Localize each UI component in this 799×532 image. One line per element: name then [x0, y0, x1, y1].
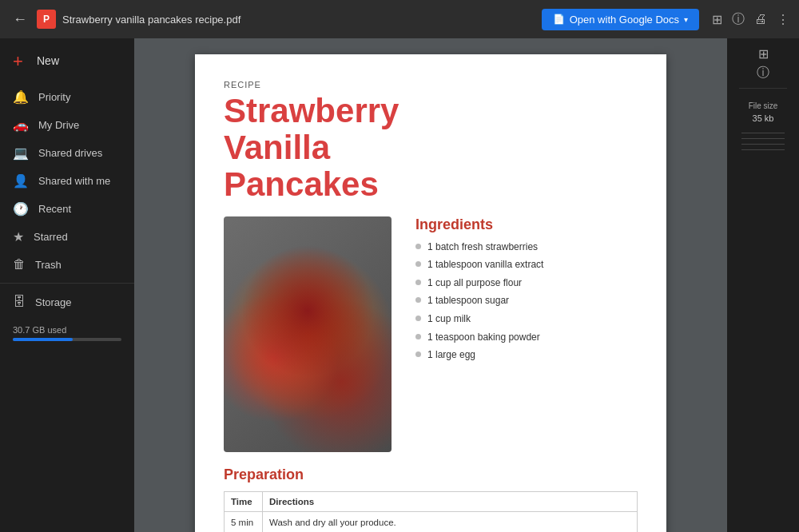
sidebar: + New 🔔 Priority 🚗 My Drive 💻 Shared dri…: [0, 38, 134, 532]
chrome-bar: ← P Strawberry vanilla pancakes recipe.p…: [0, 0, 799, 38]
details-icon[interactable]: ⓘ: [757, 65, 769, 81]
preparation-table: Time Directions 5 min Wash and dry all y…: [224, 491, 638, 532]
starred-icon: ★: [13, 229, 24, 244]
bullet-icon: [415, 297, 421, 303]
right-panel: ⊞ ⓘ File size 35 kb: [727, 38, 799, 532]
storage-bar: 30.7 GB used: [0, 316, 134, 351]
sidebar-divider: [0, 283, 134, 284]
recipe-body: Ingredients 1 batch fresh strawberries 1…: [224, 216, 638, 452]
dropdown-arrow-icon: ▾: [684, 15, 688, 24]
list-item: 1 large egg: [415, 349, 638, 362]
bullet-icon: [415, 261, 421, 267]
col-time: Time: [225, 491, 263, 511]
recent-icon: 🕐: [13, 201, 29, 216]
storage-bar-bg: [13, 338, 121, 341]
bullet-icon: [415, 334, 421, 339]
sidebar-item-shared-with-me[interactable]: 👤 Shared with me: [0, 167, 128, 195]
plus-icon: +: [13, 53, 29, 69]
panel-divider: [739, 88, 787, 89]
new-button[interactable]: + New: [0, 45, 134, 77]
priority-icon: 🔔: [13, 89, 29, 105]
bullet-icon: [415, 316, 421, 321]
sidebar-item-my-drive[interactable]: 🚗 My Drive: [0, 111, 128, 139]
storage-icon: 🗄: [13, 295, 26, 309]
pdf-page: RECIPE StrawberryVanillaPancakes Ingredi…: [195, 54, 666, 532]
storage-bar-fill: [13, 338, 73, 341]
google-docs-icon: 📄: [553, 14, 565, 25]
tab-title: Strawberry vanilla pancakes recipe.pdf: [62, 14, 535, 26]
list-item: 1 batch fresh strawberries: [415, 241, 638, 254]
list-item: 1 tablespoon vanilla extract: [415, 259, 638, 272]
directions-cell: Wash and dry all your produce.: [263, 511, 638, 532]
recipe-label: RECIPE: [224, 80, 638, 89]
ingredients-list: 1 batch fresh strawberries 1 tablespoon …: [415, 241, 638, 362]
sidebar-item-trash[interactable]: 🗑 Trash: [0, 251, 128, 278]
list-item: 1 tablespoon sugar: [415, 295, 638, 308]
time-cell: 5 min: [225, 511, 263, 532]
shared-drives-icon: 💻: [13, 145, 29, 161]
bullet-icon: [415, 244, 421, 249]
pdf-viewer[interactable]: RECIPE StrawberryVanillaPancakes Ingredi…: [134, 38, 727, 532]
sidebar-item-shared-drives[interactable]: 💻 Shared drives: [0, 139, 128, 167]
list-item: 1 cup all purpose flour: [415, 277, 638, 290]
sidebar-item-starred[interactable]: ★ Starred: [0, 223, 128, 251]
sidebar-item-storage[interactable]: 🗄 Storage: [0, 288, 128, 316]
list-item: 1 cup milk: [415, 313, 638, 326]
trash-icon: 🗑: [13, 257, 26, 272]
col-directions: Directions: [263, 491, 638, 511]
main-content: + New 🔔 Priority 🚗 My Drive 💻 Shared dri…: [0, 38, 799, 532]
back-button[interactable]: ←: [10, 8, 30, 31]
drive-icon: 🚗: [13, 117, 29, 133]
more-options-icon[interactable]: ⋮: [777, 12, 789, 27]
info-icon[interactable]: ⓘ: [732, 11, 745, 28]
print-icon[interactable]: 🖨: [754, 12, 767, 26]
recipe-right-col: Ingredients 1 batch fresh strawberries 1…: [415, 216, 638, 452]
bullet-icon: [415, 351, 421, 357]
recipe-left-col: [224, 216, 400, 452]
recipe-title: StrawberryVanillaPancakes: [224, 93, 407, 204]
table-row: 5 min Wash and dry all your produce.: [225, 511, 638, 532]
open-with-button[interactable]: 📄 Open with Google Docs ▾: [542, 9, 699, 30]
grid-view-icon[interactable]: ⊞: [758, 46, 769, 62]
food-image: [224, 216, 392, 452]
grid-icon[interactable]: ⊞: [712, 12, 722, 27]
list-item: 1 teaspoon baking powder: [415, 332, 638, 344]
sidebar-item-priority[interactable]: 🔔 Priority: [0, 83, 128, 111]
file-size-value: 35 kb: [753, 113, 774, 123]
app-icon: P: [37, 10, 56, 29]
bullet-icon: [415, 280, 421, 285]
sidebar-item-recent[interactable]: 🕐 Recent: [0, 195, 128, 223]
chrome-toolbar-icons: ⊞ ⓘ 🖨 ⋮: [712, 11, 789, 28]
ingredients-title: Ingredients: [415, 216, 638, 233]
file-size-label: File size: [749, 101, 778, 110]
preparation-title: Preparation: [224, 466, 638, 483]
shared-me-icon: 👤: [13, 173, 29, 189]
preparation-section: Preparation Time Directions 5 min Wash a…: [224, 466, 638, 532]
